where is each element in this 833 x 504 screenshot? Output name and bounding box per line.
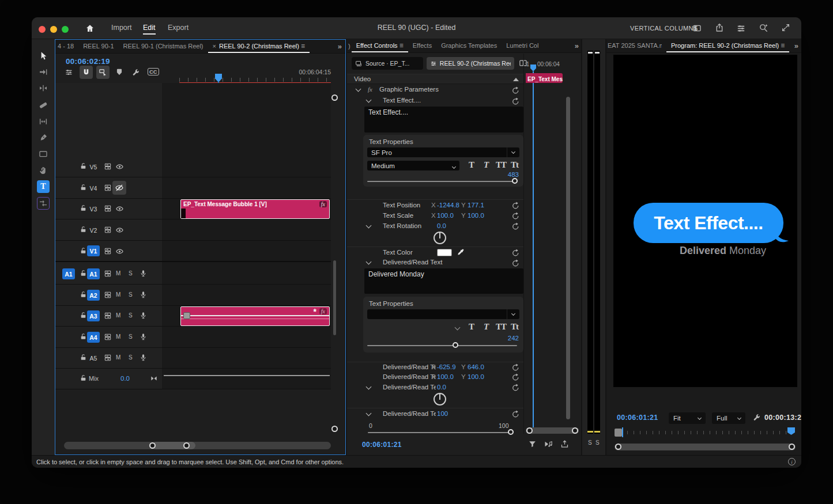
- graphic-parameters-row[interactable]: fx Graphic Parameters: [347, 84, 523, 96]
- faux-bold-button[interactable]: T: [469, 322, 474, 332]
- tab-lumetri[interactable]: Lumetri Col: [502, 40, 543, 52]
- small-caps-button[interactable]: Tt: [511, 160, 518, 170]
- mic-icon[interactable]: [140, 290, 147, 299]
- sync-lock-icon[interactable]: [104, 312, 112, 320]
- opacity-value[interactable]: 100: [437, 410, 448, 417]
- solo-left-button[interactable]: S: [588, 439, 592, 446]
- track-select-tool[interactable]: [37, 66, 50, 78]
- timeline-hscrollbar[interactable]: [64, 442, 331, 449]
- tab-menu-icon[interactable]: ≡: [781, 41, 785, 50]
- track-hidden-toggle[interactable]: [112, 181, 126, 195]
- solo-button[interactable]: S: [129, 354, 133, 361]
- lock-icon[interactable]: [80, 312, 87, 319]
- lock-icon[interactable]: [80, 354, 87, 361]
- video-section-header[interactable]: Video: [347, 74, 523, 84]
- chevron-down-icon[interactable]: [455, 325, 461, 331]
- hscroll-left-knob[interactable]: [149, 442, 156, 449]
- reset-icon[interactable]: [511, 259, 520, 267]
- more-tabs-icon[interactable]: »: [338, 42, 345, 51]
- hand-tool[interactable]: [37, 164, 50, 177]
- reset-icon[interactable]: [511, 410, 520, 418]
- sync-lock-icon[interactable]: [104, 291, 112, 299]
- chevron-down-icon[interactable]: [366, 384, 372, 390]
- track-badge-active[interactable]: A2: [87, 290, 100, 301]
- source-patch-badge[interactable]: A1: [62, 268, 75, 279]
- playback-quality-select[interactable]: Full: [712, 412, 745, 424]
- program-tab[interactable]: Program: REEL 90-2 (Christmas Reel) ≡: [666, 39, 789, 52]
- linked-selection-toggle[interactable]: [96, 66, 110, 79]
- more-tabs-icon[interactable]: »: [794, 41, 801, 50]
- chevron-down-icon[interactable]: [366, 259, 372, 265]
- audio-gain-line[interactable]: [181, 315, 329, 316]
- chevron-down-icon[interactable]: [366, 223, 372, 229]
- audio-source-tab[interactable]: EAT 2025 SANTA.mp3: [606, 40, 662, 52]
- chevron-down-icon[interactable]: [366, 97, 372, 103]
- reset-icon[interactable]: [511, 201, 520, 210]
- rotation-value[interactable]: 0.0: [437, 222, 446, 229]
- share-icon[interactable]: [715, 23, 724, 32]
- sync-lock-icon[interactable]: [104, 354, 112, 362]
- audio-clip[interactable]: * fx: [180, 306, 330, 326]
- text-effect-input[interactable]: Text Effect....: [364, 107, 523, 132]
- reset-icon[interactable]: [511, 86, 520, 94]
- solo-right-button[interactable]: S: [595, 439, 600, 446]
- x-value[interactable]: 100.0: [437, 212, 454, 219]
- track-badge[interactable]: V2: [87, 225, 100, 236]
- program-scrollbar[interactable]: [615, 444, 796, 450]
- reset-icon[interactable]: [511, 222, 520, 230]
- info-icon[interactable]: i: [788, 458, 796, 465]
- rotation-dial[interactable]: [434, 393, 446, 406]
- reset-icon[interactable]: [511, 383, 520, 392]
- font-size-value[interactable]: 242: [500, 335, 519, 342]
- settings-wrench-icon[interactable]: [752, 413, 761, 422]
- hscroll-right-knob[interactable]: [183, 442, 190, 449]
- workspace-label[interactable]: VERTICAL COLUMNS: [630, 25, 698, 32]
- track-badge-active[interactable]: A1: [87, 268, 100, 279]
- chevron-down-icon[interactable]: [356, 86, 361, 92]
- faux-italic-button[interactable]: T: [484, 322, 489, 332]
- color-swatch[interactable]: [437, 249, 452, 256]
- wrench-icon[interactable]: [131, 68, 140, 77]
- solo-button[interactable]: S: [129, 270, 133, 276]
- track-badge-active[interactable]: A4: [87, 332, 100, 343]
- font-size-value[interactable]: 483: [500, 171, 519, 178]
- knob[interactable]: [615, 444, 621, 450]
- mix-level-value[interactable]: 0.0: [120, 375, 130, 382]
- timeline-tab-reel901-christmas[interactable]: REEL 90-1 (Christmas Reel): [119, 40, 208, 52]
- sync-lock-icon[interactable]: [104, 184, 112, 192]
- x-value[interactable]: 100.0: [437, 373, 454, 380]
- zoom-level-select[interactable]: Fit: [669, 412, 706, 424]
- snap-toggle[interactable]: [80, 66, 93, 79]
- lock-icon[interactable]: [80, 226, 87, 233]
- sync-lock-icon[interactable]: [104, 204, 112, 213]
- mic-icon[interactable]: [140, 269, 147, 278]
- x-value[interactable]: -1244.8: [437, 202, 459, 209]
- type-tool[interactable]: T: [37, 180, 50, 193]
- timeline-settings-icon[interactable]: [65, 68, 73, 77]
- font-family-select[interactable]: SF Pro: [367, 147, 519, 157]
- mute-button[interactable]: M: [116, 312, 120, 319]
- sync-lock-icon[interactable]: [104, 247, 112, 255]
- more-tabs-icon[interactable]: »: [575, 41, 581, 50]
- y-value[interactable]: 100.0: [468, 373, 484, 380]
- delivered-read-row[interactable]: Delivered/Read Text: [347, 258, 523, 268]
- sync-lock-icon[interactable]: [104, 226, 112, 234]
- razor-tool[interactable]: [37, 98, 50, 111]
- slip-tool[interactable]: [37, 115, 50, 128]
- mini-clip[interactable]: EP_Text Mes: [526, 73, 563, 83]
- zoom-area-handle[interactable]: [615, 429, 622, 437]
- solo-button[interactable]: S: [129, 312, 133, 319]
- fullscreen-icon[interactable]: [781, 23, 790, 32]
- opacity-slider[interactable]: [368, 432, 513, 433]
- font-size-slider[interactable]: [367, 181, 517, 182]
- mic-icon[interactable]: [140, 311, 147, 320]
- track-badge[interactable]: A5: [87, 353, 100, 363]
- mute-button[interactable]: M: [116, 270, 120, 276]
- funnel-icon[interactable]: [528, 439, 537, 449]
- zoom-search-icon[interactable]: [759, 23, 768, 33]
- font-family-select-2[interactable]: [367, 309, 519, 319]
- text-effect-row[interactable]: Text Effect....: [347, 96, 523, 107]
- pen-tool[interactable]: [37, 131, 50, 144]
- y-value[interactable]: 646.0: [468, 363, 484, 370]
- y-value[interactable]: 177.1: [468, 202, 484, 209]
